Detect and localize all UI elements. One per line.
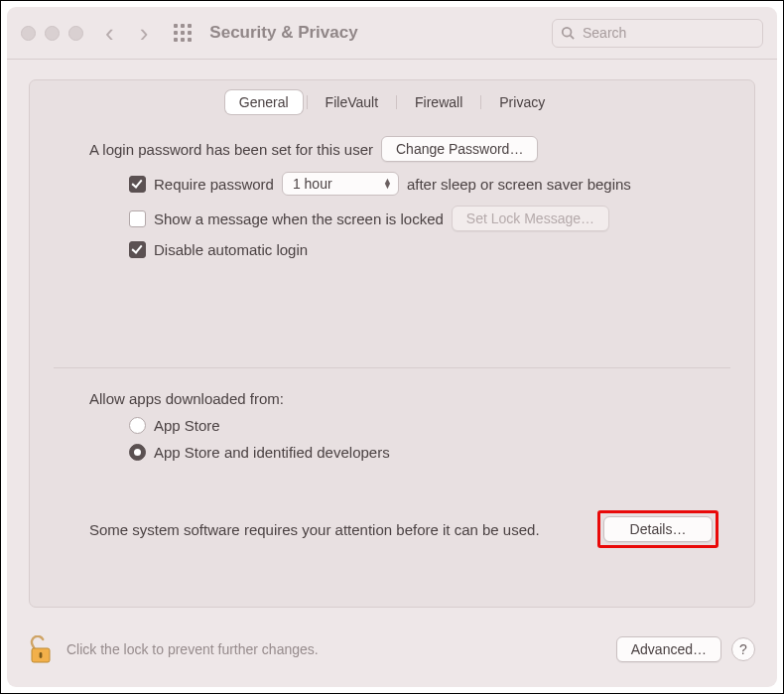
disable-auto-login-label: Disable automatic login	[154, 241, 308, 258]
toolbar: ‹ › Security & Privacy	[7, 7, 777, 60]
svg-rect-3	[40, 652, 43, 658]
content-panel: General FileVault Firewall Privacy A log…	[29, 79, 755, 608]
lock-hint-text: Click the lock to prevent further change…	[66, 641, 319, 657]
show-message-checkbox[interactable]	[129, 210, 146, 227]
preferences-window: ‹ › Security & Privacy General FileVault…	[7, 7, 777, 687]
login-password-text: A login password has been set for this u…	[89, 141, 373, 158]
require-password-delay-select[interactable]: 1 hour ▲▼	[282, 172, 399, 196]
tab-firewall[interactable]: Firewall	[401, 90, 476, 114]
allow-apps-heading: Allow apps downloaded from:	[89, 390, 284, 407]
chevron-updown-icon: ▲▼	[383, 179, 392, 189]
tab-general[interactable]: General	[225, 90, 303, 114]
search-input[interactable]	[581, 24, 754, 42]
details-highlight: Details…	[597, 510, 719, 548]
require-password-delay-value: 1 hour	[293, 176, 332, 192]
attention-row: Some system software requires your atten…	[30, 510, 754, 548]
tab-bar: General FileVault Firewall Privacy	[30, 90, 754, 114]
allow-apps-section: Allow apps downloaded from: App Store Ap…	[30, 390, 754, 461]
section-divider	[54, 367, 730, 368]
tab-privacy[interactable]: Privacy	[485, 90, 559, 114]
footer: Click the lock to prevent further change…	[29, 625, 755, 673]
search-icon	[561, 26, 575, 40]
svg-point-0	[563, 28, 572, 37]
svg-line-1	[571, 36, 575, 40]
set-lock-message-button: Set Lock Message…	[452, 206, 609, 231]
allow-apps-appstore-label: App Store	[154, 417, 220, 434]
attention-text: Some system software requires your atten…	[89, 521, 540, 538]
show-message-label: Show a message when the screen is locked	[154, 210, 444, 227]
lock-icon[interactable]	[29, 635, 53, 663]
tab-filevault[interactable]: FileVault	[312, 90, 392, 114]
require-password-suffix: after sleep or screen saver begins	[407, 176, 631, 193]
disable-auto-login-checkbox[interactable]	[129, 241, 146, 258]
window-controls	[21, 26, 83, 41]
nav-buttons: ‹ ›	[105, 20, 148, 46]
search-field[interactable]	[552, 19, 763, 48]
window-title: Security & Privacy	[209, 23, 357, 43]
back-button[interactable]: ‹	[105, 20, 114, 46]
advanced-button[interactable]: Advanced…	[616, 636, 721, 662]
show-all-icon[interactable]	[174, 24, 192, 42]
allow-apps-identified-label: App Store and identified developers	[154, 444, 390, 461]
help-button[interactable]: ?	[731, 637, 755, 661]
zoom-window-icon[interactable]	[68, 26, 83, 41]
require-password-checkbox[interactable]	[129, 176, 146, 193]
minimize-window-icon[interactable]	[45, 26, 60, 41]
forward-button[interactable]: ›	[140, 20, 149, 46]
change-password-button[interactable]: Change Password…	[381, 136, 538, 162]
allow-apps-identified-radio[interactable]	[129, 444, 146, 461]
allow-apps-appstore-radio[interactable]	[129, 417, 146, 434]
close-window-icon[interactable]	[21, 26, 36, 41]
details-button[interactable]: Details…	[603, 516, 713, 542]
require-password-label: Require password	[154, 176, 274, 193]
login-password-section: A login password has been set for this u…	[30, 136, 754, 258]
